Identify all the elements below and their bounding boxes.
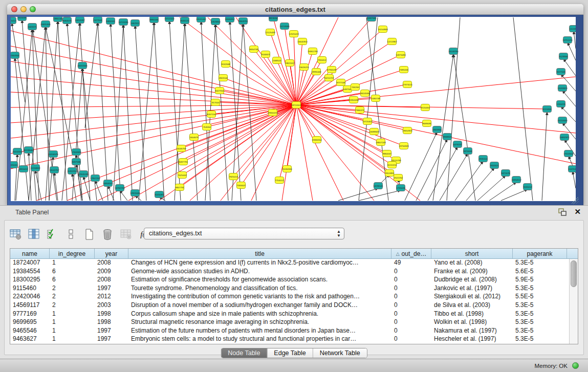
graph-node[interactable] (50, 167, 59, 173)
scrollbar-thumb[interactable] (571, 260, 577, 287)
graph-edge[interactable] (85, 23, 98, 128)
table-cell[interactable]: 1 (50, 310, 95, 319)
graph-node[interactable] (215, 87, 224, 94)
graph-node[interactable] (560, 134, 569, 141)
graph-node[interactable] (104, 180, 113, 187)
table-cell[interactable]: Disruption of a novel member of a sodium… (128, 301, 391, 310)
table-cell[interactable]: 1 (50, 327, 95, 336)
graph-node[interactable] (383, 150, 391, 157)
graph-edge[interactable] (32, 29, 39, 201)
graph-node[interactable] (372, 95, 380, 102)
graph-node[interactable] (423, 120, 431, 127)
graph-node[interactable] (298, 38, 307, 45)
delete-table-icon[interactable] (119, 228, 133, 241)
graph-node[interactable] (54, 17, 62, 22)
graph-node[interactable] (197, 17, 206, 23)
table-cell[interactable]: Changes of HCN gene expression and I(f) … (128, 259, 391, 268)
window-resize-grip[interactable] (572, 197, 579, 204)
table-cell[interactable]: 1997 (95, 335, 128, 344)
graph-edge[interactable] (58, 21, 67, 201)
graph-edge[interactable] (123, 25, 133, 201)
table-cell[interactable]: 5.3E-5 (513, 310, 567, 319)
graph-node[interactable] (237, 182, 246, 189)
table-cell[interactable]: Estimation of the future numbers of pati… (128, 327, 391, 336)
graph-node[interactable] (72, 149, 81, 156)
graph-node[interactable] (433, 126, 442, 133)
graph-node[interactable] (397, 185, 405, 191)
graph-node[interactable] (275, 177, 284, 184)
table-cell[interactable]: Hescheler et al. (1997) (431, 335, 513, 344)
graph-node[interactable] (94, 17, 102, 24)
table-row[interactable]: 911546021997Tourette syndrome. Phenomeno… (10, 285, 569, 293)
citation-graph[interactable]: 1872400788130541521858612325419166409101… (11, 17, 576, 201)
graph-node[interactable] (350, 97, 358, 103)
table-cell[interactable]: 22420046 (10, 293, 50, 301)
graph-node[interactable] (370, 128, 379, 135)
column-header-in_degree[interactable]: in_degree (50, 249, 95, 258)
table-cell[interactable]: 0 (391, 318, 431, 327)
graph-node[interactable] (421, 104, 430, 111)
graph-node[interactable] (116, 185, 124, 191)
graph-edge[interactable] (405, 132, 437, 201)
table-cell[interactable]: Tourette syndrome. Phenomenology and cla… (128, 285, 391, 293)
table-cell[interactable]: Dudbridge et al. (2008) (431, 276, 513, 285)
graph-node[interactable] (543, 106, 552, 113)
table-cell[interactable]: Corpus callosum shape and size in male p… (128, 310, 391, 319)
graph-node[interactable] (207, 111, 216, 118)
table-cell[interactable]: 5.3E-5 (513, 285, 567, 293)
graph-edge[interactable] (35, 170, 41, 201)
table-row[interactable]: 977716911998Corpus callosum shape and si… (10, 310, 569, 319)
graph-node[interactable] (397, 52, 405, 58)
select-columns-icon[interactable] (46, 228, 59, 241)
table-cell[interactable]: de Silva et al. (2003) (431, 301, 513, 310)
table-cell[interactable]: 1 (50, 259, 95, 268)
graph-node[interactable] (502, 170, 510, 177)
graph-edge[interactable] (513, 17, 533, 201)
graph-edge[interactable] (98, 23, 108, 201)
delete-column-icon[interactable] (101, 228, 115, 241)
table-cell[interactable]: 0 (391, 301, 431, 310)
graph-node[interactable] (309, 48, 317, 55)
graph-edge[interactable] (296, 55, 401, 105)
table-row[interactable]: 969969511998Structural magnetic resonanc… (10, 318, 569, 327)
graph-node[interactable] (41, 21, 50, 28)
graph-node[interactable] (385, 170, 394, 177)
graph-node[interactable] (72, 159, 81, 165)
column-header-out_de[interactable]: △out_de… (391, 249, 431, 258)
table-cell[interactable]: Wolkin et al. (1998) (431, 318, 513, 327)
graph-node[interactable] (79, 171, 88, 178)
graph-node[interactable] (119, 19, 128, 26)
table-cell[interactable]: 9777169 (10, 310, 50, 319)
graph-node[interactable] (25, 147, 33, 154)
graph-node[interactable] (211, 99, 220, 106)
graph-node[interactable] (379, 26, 387, 33)
graph-edge[interactable] (113, 25, 123, 201)
graph-node[interactable] (178, 172, 187, 179)
graph-node[interactable] (131, 20, 140, 27)
tab-edge-table[interactable]: Edge Table (267, 348, 313, 358)
graph-node[interactable] (177, 145, 186, 152)
graph-node[interactable] (150, 17, 159, 23)
table-cell[interactable]: 2009 (95, 268, 128, 276)
table-cell[interactable]: 49 (391, 259, 431, 268)
table-cell[interactable]: 1997 (95, 327, 128, 336)
graph-node[interactable] (557, 69, 565, 75)
table-cell[interactable]: 1 (50, 335, 95, 344)
table-row[interactable]: 2242004622012Investigating the contribut… (10, 293, 569, 301)
graph-edge[interactable] (466, 168, 494, 201)
graph-node[interactable] (400, 67, 408, 73)
table-cell[interactable]: 14569117 (10, 301, 50, 310)
graph-node[interactable] (559, 53, 568, 60)
graph-node[interactable] (558, 85, 567, 92)
graph-edge[interactable] (477, 176, 506, 201)
column-header-year[interactable]: year (95, 249, 128, 258)
graph-edge[interactable] (501, 189, 528, 201)
graph-node[interactable] (564, 150, 573, 157)
table-cell[interactable]: 1998 (95, 318, 128, 327)
table-cell[interactable]: 2 (50, 301, 95, 310)
network-canvas[interactable]: 1872400788130541521858612325419166409101… (11, 17, 576, 201)
graph-edge[interactable] (542, 112, 547, 201)
graph-node[interactable] (312, 69, 321, 75)
graph-node[interactable] (464, 148, 472, 155)
graph-node[interactable] (557, 101, 565, 107)
